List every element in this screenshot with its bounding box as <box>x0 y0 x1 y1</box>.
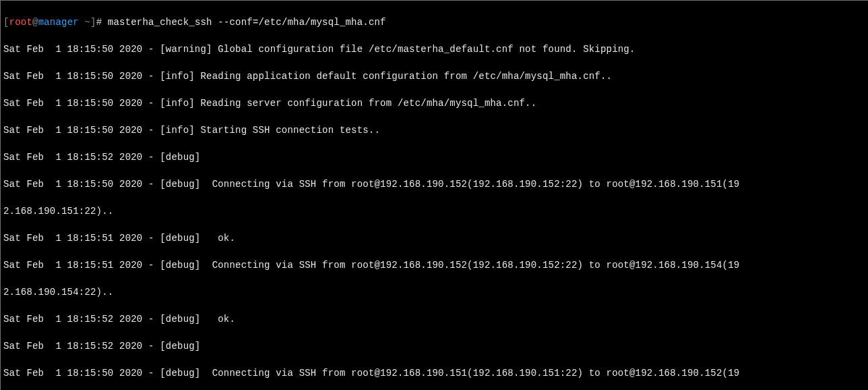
prompt-at: @ <box>32 17 38 28</box>
prompt-host: manager <box>38 17 79 28</box>
prompt-hash: # <box>96 17 108 28</box>
output-line: Sat Feb 1 18:15:50 2020 - [warning] Glob… <box>3 43 866 56</box>
prompt-user: root <box>9 17 32 28</box>
output-line: Sat Feb 1 18:15:50 2020 - [info] Startin… <box>3 123 866 137</box>
bracket-open: [ <box>3 17 9 28</box>
output-line: Sat Feb 1 18:15:50 2020 - [debug] Connec… <box>3 366 866 380</box>
output-line: Sat Feb 1 18:15:50 2020 - [info] Reading… <box>3 69 866 83</box>
output-line: 2.168.190.154:22).. <box>3 285 866 299</box>
output-line: Sat Feb 1 18:15:50 2020 - [debug] Connec… <box>3 177 866 191</box>
terminal-window[interactable]: [root@manager ~]# masterha_check_ssh --c… <box>0 0 868 390</box>
output-line: Sat Feb 1 18:15:52 2020 - [debug] ok. <box>3 312 866 326</box>
output-line: Sat Feb 1 18:15:52 2020 - [debug] <box>3 150 866 164</box>
prompt-line-1: [root@manager ~]# masterha_check_ssh --c… <box>3 16 866 29</box>
output-line: Sat Feb 1 18:15:52 2020 - [debug] <box>3 339 866 353</box>
bracket-close: ] <box>90 17 96 28</box>
output-line: 2.168.190.151:22).. <box>3 204 866 218</box>
output-line: Sat Feb 1 18:15:51 2020 - [debug] Connec… <box>3 258 866 272</box>
command-text: masterha_check_ssh --conf=/etc/mha/mysql… <box>108 17 386 28</box>
output-line: Sat Feb 1 18:15:51 2020 - [debug] ok. <box>3 231 866 245</box>
output-line: Sat Feb 1 18:15:50 2020 - [info] Reading… <box>3 96 866 110</box>
prompt-path: ~ <box>79 17 90 28</box>
